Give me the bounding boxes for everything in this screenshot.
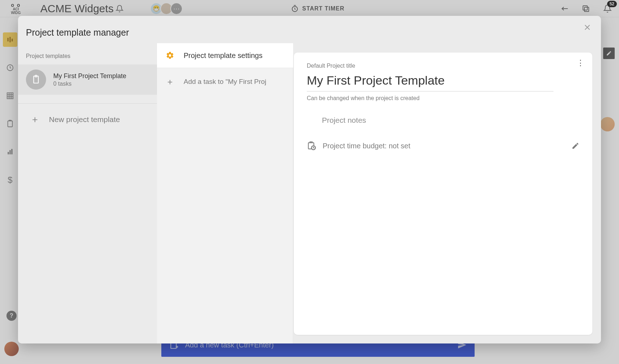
more-options-icon[interactable]: ⋮	[577, 58, 584, 68]
plus-icon: ＋	[30, 113, 39, 126]
field-label: Default Project title	[307, 63, 579, 69]
new-project-template-button[interactable]: ＋ New project template	[18, 104, 157, 126]
clipboard-icon	[26, 69, 46, 90]
project-template-manager-modal: Project template manager Project templat…	[18, 16, 601, 343]
template-list-panel: Project template manager Project templat…	[18, 16, 157, 343]
settings-card: ⋮ Default Project title Can be changed w…	[294, 53, 592, 335]
gear-icon	[166, 51, 174, 60]
pencil-icon[interactable]	[571, 142, 579, 150]
project-notes-input[interactable]: Project notes	[307, 116, 579, 125]
template-list-item[interactable]: My First Project Template 0 tasks	[18, 64, 157, 95]
field-hint: Can be changed when the project is creat…	[307, 95, 579, 102]
template-settings-row[interactable]: Project template settings	[157, 43, 293, 68]
template-name: My First Project Template	[53, 72, 126, 80]
time-budget-label: Project time budget: not set	[323, 142, 410, 150]
new-template-label: New project template	[49, 115, 120, 124]
section-label: Project templates	[18, 38, 157, 64]
time-budget-row[interactable]: Project time budget: not set	[307, 141, 579, 150]
plus-icon: ＋	[166, 76, 174, 87]
add-task-label: Add a task to "My First Proj	[184, 78, 266, 86]
add-task-to-template-button[interactable]: ＋ Add a task to "My First Proj	[157, 68, 293, 95]
project-title-input[interactable]	[307, 71, 553, 91]
modal-title: Project template manager	[18, 16, 157, 38]
clipboard-clock-icon	[307, 141, 316, 150]
settings-label: Project template settings	[184, 51, 263, 60]
template-subtitle: 0 tasks	[53, 81, 126, 87]
template-settings-panel: ⋮ Default Project title Can be changed w…	[293, 16, 601, 343]
template-detail-list: Project template settings ＋ Add a task t…	[157, 43, 293, 343]
